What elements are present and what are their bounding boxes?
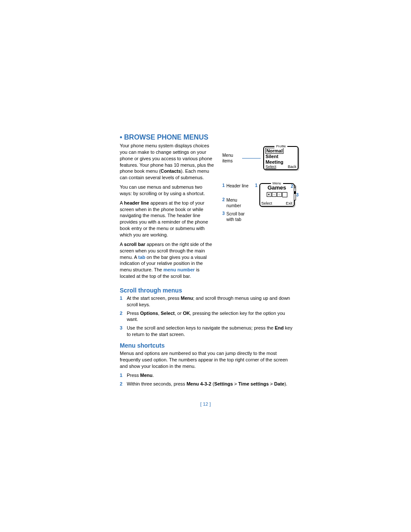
screen1-item: Silent: [265, 154, 296, 159]
callout-menu-items: Menu items: [222, 152, 240, 164]
paragraph-header-line: A header line appears at the top of your…: [120, 200, 215, 238]
paragraph-intro: Your phone menu system displays choices …: [120, 143, 215, 181]
paragraph-scroll-bar: A scroll bar appears on the right side o…: [120, 241, 215, 280]
dice-icon: [282, 192, 287, 197]
screen2-softkey-left: Select: [262, 201, 272, 205]
callout-number-3: 3: [296, 193, 299, 197]
section-heading-browse: BROWSE PHONE MENUS: [120, 134, 294, 141]
paragraph-usage: You can use menus and submenus two ways:…: [120, 184, 215, 197]
paragraph-shortcuts-intro: Menus and options are numbered so that y…: [120, 350, 294, 370]
sub-heading-shortcuts: Menu shortcuts: [120, 342, 294, 349]
list-item-step: 3 Use the scroll and selection keys to n…: [120, 325, 294, 338]
callout-number-1: 1: [255, 183, 258, 188]
scrollbar: 5: [294, 186, 296, 200]
figure-profile: Menu items Profile Normal Silent Meeting…: [222, 146, 299, 170]
list-item-step: 2 Press Options, Select, or OK, pressing…: [120, 310, 294, 323]
tictactoe-icon: ✕: [267, 192, 271, 197]
figure-menu-screen-wrap: 1 Menu 2 Games ✕ ○ ○: [255, 183, 299, 207]
tictactoe-icon: ○: [272, 192, 277, 197]
list-item-step: 2 Within three seconds, press Menu 4-3-2…: [120, 381, 294, 387]
screen2-softkey-right: Exit: [286, 201, 293, 205]
callout-number-2: 2: [291, 184, 293, 189]
screen1-softkey-left: Select: [265, 165, 276, 169]
sub-heading-scroll: Scroll through menus: [120, 287, 294, 294]
screen1-item: Meeting: [265, 159, 296, 165]
phone-screen-profile: Profile Normal Silent Meeting Select Bac…: [263, 146, 299, 170]
screen2-icons: ✕ ○ ○: [262, 191, 293, 198]
screen1-header: Profile: [264, 147, 298, 151]
phone-screen-menu: Menu 2 Games ✕ ○ ○: [259, 183, 295, 207]
connector-line: [242, 158, 261, 159]
list-item-step: 1 At the start screen, press Menu; and s…: [120, 295, 294, 308]
screen1-softkey-right: Back: [288, 165, 296, 169]
screen2-title: Games: [262, 185, 293, 191]
content-two-column: Your phone menu system displays choices …: [120, 143, 294, 283]
figure-menu: 1Header line 2Menu number 3Scroll bar wi…: [222, 183, 299, 225]
callout-legend: 1Header line 2Menu number 3Scroll bar wi…: [222, 183, 252, 225]
left-text-column: Your phone menu system displays choices …: [120, 143, 215, 283]
scrollbar-tab: [294, 191, 296, 194]
list-item-step: 1 Press Menu.: [120, 372, 294, 379]
document-page: BROWSE PHONE MENUS Your phone menu syste…: [0, 0, 411, 432]
page-number: [ 12 ]: [0, 401, 411, 407]
tictactoe-icon: ○: [277, 192, 282, 197]
right-figure-column: Menu items Profile Normal Silent Meeting…: [222, 143, 299, 283]
